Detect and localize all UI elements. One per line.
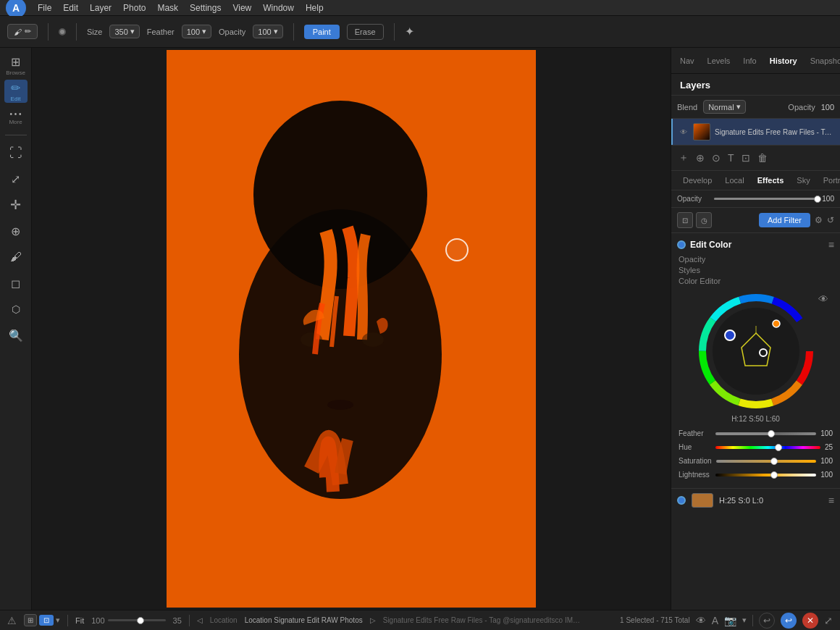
tab-develop[interactable]: Develop: [677, 174, 718, 187]
toolbar: 🖌 ✏ Size 350 ▾ Feather 100 ▾ Opacity 100…: [0, 16, 840, 48]
filter-icon-1[interactable]: ⊡: [677, 212, 693, 228]
toolbar-separator-3: [293, 23, 294, 41]
sidebar-tool-edit[interactable]: ✏ Edit: [4, 80, 28, 103]
color-item-enabled-toggle[interactable]: [677, 496, 686, 505]
tab-portrait[interactable]: Portrait: [818, 174, 840, 187]
eye-btn[interactable]: 👁: [696, 615, 706, 626]
opacity-slider-thumb[interactable]: [814, 196, 821, 203]
erase-button[interactable]: Erase: [347, 24, 384, 40]
brush-tool-btn[interactable]: 🖌 ✏: [7, 24, 38, 39]
sidebar-tool-browse[interactable]: ⊞ Browse: [4, 54, 28, 77]
add-filter-button[interactable]: Add Filter: [759, 213, 810, 227]
stamp-layer-btn[interactable]: ⊙: [710, 151, 722, 165]
paint-button[interactable]: Paint: [304, 25, 340, 39]
tab-sky[interactable]: Sky: [791, 174, 815, 187]
tab-nav[interactable]: Nav: [674, 54, 700, 68]
sidebar-tool-transform[interactable]: ⤢: [4, 167, 28, 190]
color-item-swatch[interactable]: [692, 493, 713, 508]
file-info: Signature Edits Free Raw Files - Tag @si…: [383, 616, 586, 624]
sidebar-tool-crop[interactable]: ⛶: [4, 141, 28, 164]
sidebar-tool-paint[interactable]: 🖌: [4, 245, 28, 269]
feather-thumb[interactable]: [768, 430, 775, 437]
text-layer-btn[interactable]: T: [726, 151, 736, 165]
saturation-thumb[interactable]: [770, 458, 778, 465]
opacity-sub-label: Opacity: [677, 255, 834, 264]
size-value[interactable]: 350 ▾: [109, 25, 139, 38]
eyedrop-icon: ⊕: [11, 224, 20, 238]
opacity-value[interactable]: 100 ▾: [253, 25, 282, 38]
tab-info[interactable]: Info: [737, 54, 762, 68]
sidebar-tool-eyedrop[interactable]: ⊕: [4, 219, 28, 243]
blend-select[interactable]: Normal ▾: [703, 100, 745, 114]
tab-history[interactable]: History: [764, 54, 803, 68]
layer-visibility-toggle[interactable]: 👁: [679, 127, 689, 137]
layer-item[interactable]: 👁 Signature Edits Free Raw Files - Tag @…: [671, 119, 840, 145]
edit-color-menu-btn[interactable]: ≡: [828, 239, 834, 251]
filter-icons: ⊡ ◷: [677, 212, 712, 228]
layers-section: Layers Blend Normal ▾ Opacity 100 👁 Sign…: [671, 74, 840, 171]
menu-view[interactable]: View: [232, 3, 251, 13]
saturation-slider[interactable]: [716, 460, 817, 463]
hue-slider[interactable]: [715, 446, 820, 449]
nav-arrow-right[interactable]: ▷: [370, 616, 376, 624]
fit-label: Fit: [75, 616, 84, 625]
hue-row: Hue 25: [677, 441, 834, 453]
camera-btn[interactable]: 📷: [724, 615, 736, 626]
filter-icon-2[interactable]: ◷: [696, 212, 712, 228]
duplicate-layer-btn[interactable]: ⊕: [694, 151, 706, 165]
sidebar-tool-select[interactable]: ⬡: [4, 298, 28, 321]
sidebar-tool-more[interactable]: • • • More: [4, 106, 28, 129]
canvas-area[interactable]: [32, 48, 671, 610]
grid-view-btn[interactable]: ⊞: [24, 614, 37, 626]
zoom-slider[interactable]: [108, 619, 166, 621]
menu-window[interactable]: Window: [263, 3, 294, 13]
color-item-menu-btn[interactable]: ≡: [828, 495, 834, 506]
sidebar-tool-move[interactable]: ✛: [4, 193, 28, 217]
warning-icon: ⚠: [7, 615, 17, 626]
tab-effects[interactable]: Effects: [752, 174, 790, 187]
filter-reset-btn[interactable]: ↺: [827, 215, 834, 225]
menu-mask[interactable]: Mask: [157, 3, 178, 13]
size-chevron-icon: ▾: [130, 27, 135, 36]
lightness-thumb[interactable]: [770, 471, 778, 479]
opacity-value: 100: [821, 103, 834, 112]
delete-layer-btn[interactable]: 🗑: [756, 151, 769, 165]
opacity-slider[interactable]: [714, 198, 818, 200]
toolbar-separator-4: [394, 23, 395, 41]
hue-thumb[interactable]: [775, 444, 782, 451]
single-view-btn[interactable]: ⊡: [39, 615, 54, 626]
filter-settings-btn[interactable]: ⚙: [815, 215, 823, 225]
tab-snapshots[interactable]: Snapshots: [805, 54, 840, 68]
sidebar-tool-erase[interactable]: ◻: [4, 272, 28, 295]
menu-file[interactable]: File: [38, 3, 51, 13]
hue-label: Hue: [679, 443, 711, 451]
feather-slider[interactable]: [715, 432, 816, 435]
saturation-value: 100: [820, 457, 833, 465]
menu-photo[interactable]: Photo: [123, 3, 146, 13]
color-wheel-container: 👁: [677, 287, 834, 415]
redo-button[interactable]: ↩: [781, 613, 797, 629]
menu-layer[interactable]: Layer: [90, 3, 112, 13]
expand-button[interactable]: ⤢: [824, 615, 833, 626]
zoom-thumb[interactable]: [137, 617, 144, 624]
letter-btn[interactable]: A: [712, 615, 718, 626]
wand-icon[interactable]: ✦: [405, 25, 414, 38]
add-layer-btn[interactable]: ＋: [677, 150, 690, 166]
lightness-slider[interactable]: [715, 474, 816, 476]
menu-settings[interactable]: Settings: [190, 3, 221, 13]
brush-color-swatch[interactable]: [59, 28, 66, 35]
feather-value[interactable]: 100 ▾: [182, 25, 211, 38]
nav-arrow-left[interactable]: ◁: [197, 616, 203, 624]
group-layer-btn[interactable]: ⊡: [740, 151, 752, 165]
svg-point-5: [327, 400, 353, 410]
undo-button[interactable]: ↩: [759, 613, 775, 629]
status-sep-2: [189, 615, 190, 626]
color-wheel[interactable]: [698, 293, 814, 409]
close-button[interactable]: ✕: [802, 613, 818, 629]
menu-edit[interactable]: Edit: [63, 3, 78, 13]
tab-levels[interactable]: Levels: [702, 54, 736, 68]
menu-help[interactable]: Help: [306, 3, 324, 13]
tab-local[interactable]: Local: [719, 174, 749, 187]
sidebar-tool-search[interactable]: 🔍: [4, 324, 28, 347]
edit-color-enabled-toggle[interactable]: [677, 240, 686, 249]
